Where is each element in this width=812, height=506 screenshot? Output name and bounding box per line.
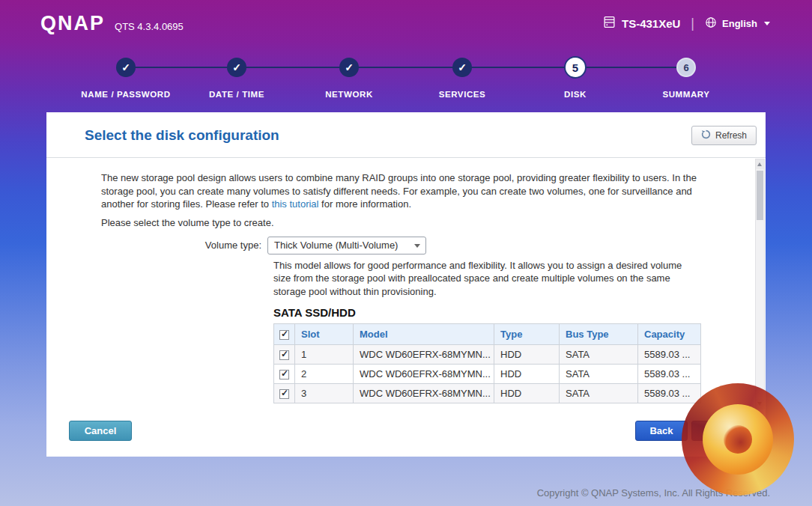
stepper-step-services: SERVICES — [402, 46, 522, 77]
back-button[interactable]: Back — [635, 421, 688, 441]
stepper-step-disk: 5 DISK — [515, 46, 635, 79]
language-menu[interactable]: English — [705, 16, 770, 31]
step-check-icon — [116, 58, 136, 77]
step-check-icon — [227, 58, 246, 77]
cell-type: HDD — [494, 384, 560, 403]
topbar-right-group: TS-431XeU | English — [603, 16, 770, 31]
disk-configuration-panel: Select the disk configuration Refresh Th… — [46, 112, 766, 457]
qnap-logo: QNAP — [40, 13, 105, 34]
step-number-badge: 5 — [564, 56, 587, 79]
cell-slot: 1 — [295, 345, 354, 365]
cancel-button[interactable]: Cancel — [69, 421, 132, 441]
intro-text: The new storage pool design allows users… — [101, 171, 702, 211]
step-label: NETWORK — [289, 90, 409, 99]
disk-checkbox[interactable] — [279, 389, 289, 399]
next-button[interactable]: Next — [691, 421, 744, 441]
scrollbar-thumb[interactable] — [757, 171, 763, 220]
select-caret-icon — [414, 244, 420, 248]
device-name-label: TS-431XeU — [622, 17, 680, 30]
refresh-icon — [701, 129, 711, 141]
intro-text-suffix: for more information. — [319, 198, 412, 210]
stepper-step-summary: 6 SUMMARY — [626, 46, 746, 77]
refresh-button[interactable]: Refresh — [691, 126, 757, 145]
disk-table-header-row: Slot Model Type Bus Type Capacity — [274, 324, 701, 345]
cell-capacity: 5589.03 ... — [638, 384, 701, 403]
disk-row-2: 2 WDC WD60EFRX-68MYMN... HDD SATA 5589.0… — [274, 365, 701, 384]
qts-version-label: QTS 4.3.4.0695 — [115, 21, 184, 34]
disk-checkbox[interactable] — [279, 350, 289, 360]
disk-row-1: 1 WDC WD60EFRX-68MYMN... HDD SATA 5589.0… — [274, 345, 701, 365]
disk-table: Slot Model Type Bus Type Capacity 1 WDC … — [273, 323, 701, 403]
language-label: English — [722, 18, 757, 29]
step-label: DATE / TIME — [177, 90, 297, 99]
cell-type: HDD — [494, 345, 560, 365]
step-check-icon — [339, 58, 359, 77]
vertical-scrollbar[interactable] — [755, 159, 765, 409]
volume-type-row: Volume type: Thick Volume (Multi-Volume) — [101, 237, 700, 254]
scroll-up-arrow[interactable] — [756, 159, 764, 169]
volume-type-prompt: Please select the volume type to create. — [101, 217, 700, 228]
column-header-capacity: Capacity — [638, 324, 701, 345]
volume-type-label: Volume type: — [101, 240, 267, 251]
cell-model: WDC WD60EFRX-68MYMN... — [354, 365, 494, 384]
tutorial-link[interactable]: this tutorial — [272, 198, 319, 210]
panel-body: The new storage pool design allows users… — [46, 159, 766, 457]
device-name: TS-431XeU — [603, 16, 680, 31]
scroll-down-arrow[interactable] — [756, 399, 764, 409]
volume-type-description: This model allows for good performance a… — [273, 259, 702, 299]
chevron-down-icon — [764, 22, 770, 25]
cell-bus-type: SATA — [560, 365, 638, 384]
cell-bus-type: SATA — [560, 345, 638, 365]
step-label: SERVICES — [402, 90, 522, 99]
disk-table-title: SATA SSD/HDD — [273, 306, 700, 319]
globe-icon — [705, 16, 717, 31]
cell-slot: 2 — [295, 365, 354, 384]
page-title: Select the disk configuration — [85, 127, 279, 144]
step-number-badge: 6 — [676, 58, 696, 77]
header-separator: | — [691, 16, 694, 31]
stepper-step-date-time: DATE / TIME — [177, 46, 297, 77]
volume-type-selected-value: Thick Volume (Multi-Volume) — [274, 240, 398, 251]
step-label: NAME / PASSWORD — [66, 90, 186, 99]
disk-checkbox[interactable] — [279, 370, 289, 380]
column-header-model: Model — [354, 324, 494, 345]
brand-group: QNAP QTS 4.3.4.0695 — [40, 13, 184, 34]
top-bar: QNAP QTS 4.3.4.0695 TS-431XeU | — [0, 0, 812, 46]
cell-slot: 3 — [295, 384, 354, 403]
nas-rack-icon — [603, 16, 616, 31]
step-check-icon — [452, 58, 472, 77]
step-label: DISK — [515, 90, 635, 99]
column-header-bus-type: Bus Type — [560, 324, 638, 345]
stepper-step-network: NETWORK — [289, 46, 409, 77]
select-all-disks-checkbox[interactable] — [279, 330, 289, 340]
cell-bus-type: SATA — [560, 384, 638, 403]
copyright-text: Copyright © QNAP Systems, Inc. All Right… — [537, 487, 770, 499]
cell-model: WDC WD60EFRX-68MYMN... — [354, 384, 494, 403]
column-header-type: Type — [494, 324, 560, 345]
volume-type-select[interactable]: Thick Volume (Multi-Volume) — [267, 237, 426, 254]
cell-capacity: 5589.03 ... — [638, 345, 701, 365]
stepper-step-name-password: NAME / PASSWORD — [66, 46, 186, 77]
disk-row-3: 3 WDC WD60EFRX-68MYMN... HDD SATA 5589.0… — [274, 384, 701, 403]
cell-model: WDC WD60EFRX-68MYMN... — [354, 345, 494, 365]
refresh-button-label: Refresh — [715, 130, 747, 141]
setup-wizard-stepper: NAME / PASSWORD DATE / TIME NETWORK SERV… — [0, 46, 812, 112]
cell-type: HDD — [494, 365, 560, 384]
step-label: SUMMARY — [626, 90, 746, 99]
column-header-slot: Slot — [295, 324, 354, 345]
panel-header: Select the disk configuration Refresh — [46, 112, 766, 158]
cell-capacity: 5589.03 ... — [638, 365, 701, 384]
